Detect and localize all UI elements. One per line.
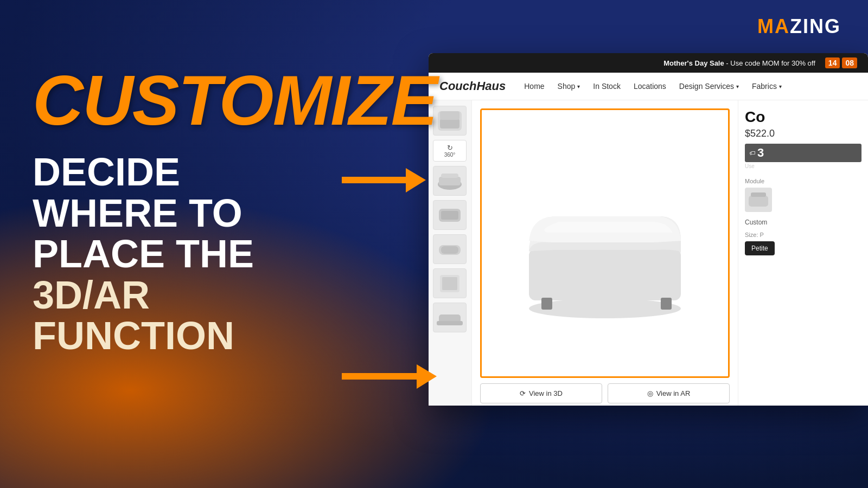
size-section: Size: P Petite bbox=[745, 232, 861, 255]
mazing-logo: MAZING bbox=[757, 15, 841, 38]
site-logo[interactable]: CouchHaus bbox=[439, 79, 506, 93]
announcement-bar: Mother's Day Sale - Use code MOM for 30%… bbox=[429, 53, 868, 73]
thumbnail-4[interactable] bbox=[433, 200, 467, 230]
product-details-panel: Co $522.0 🏷 3 Use Module Custom Size: P bbox=[738, 100, 868, 406]
subheadline-line3: PLACE THE bbox=[33, 234, 423, 275]
svg-rect-19 bbox=[751, 192, 766, 197]
svg-rect-16 bbox=[541, 298, 552, 310]
module-option[interactable] bbox=[745, 188, 772, 212]
logo-zing: ZING bbox=[790, 15, 841, 37]
subheadline-line2: WHERE TO bbox=[33, 193, 423, 234]
svg-rect-1 bbox=[440, 119, 459, 129]
product-name: Co bbox=[745, 108, 861, 126]
view-3d-icon: ⟳ bbox=[520, 389, 526, 397]
svg-rect-17 bbox=[661, 298, 672, 310]
ottoman-svg bbox=[505, 162, 705, 325]
svg-rect-5 bbox=[441, 174, 458, 178]
size-petite-button[interactable]: Petite bbox=[745, 241, 775, 255]
svg-rect-7 bbox=[441, 211, 458, 220]
thumbnail-360[interactable]: ↻ 360° bbox=[433, 140, 467, 162]
arrow-upper bbox=[342, 165, 429, 197]
nav-instock[interactable]: In Stock bbox=[593, 82, 621, 91]
product-area: ↻ 360° bbox=[429, 100, 868, 406]
arrow-lower bbox=[342, 362, 439, 394]
logo-ma: MA bbox=[757, 15, 790, 37]
nav-home[interactable]: Home bbox=[524, 82, 544, 91]
module-section: Module bbox=[745, 178, 861, 212]
thumbnail-3[interactable] bbox=[433, 166, 467, 196]
svg-rect-9 bbox=[441, 246, 458, 254]
module-label: Module bbox=[745, 178, 861, 184]
product-image-container bbox=[480, 108, 730, 378]
nav-fabrics[interactable]: Fabrics ▾ bbox=[752, 82, 782, 91]
left-content-panel: CUSTOMIZE DECIDE WHERE TO PLACE THE 3D/A… bbox=[33, 65, 423, 357]
size-label: Size: P bbox=[745, 232, 861, 238]
view-buttons: ⟳ View in 3D ◎ View in AR bbox=[480, 383, 730, 403]
view-ar-icon: ◎ bbox=[647, 389, 653, 397]
thumbnail-6[interactable] bbox=[433, 268, 467, 298]
thumbnail-sidebar: ↻ 360° bbox=[429, 100, 472, 406]
thumbnail-1[interactable] bbox=[433, 106, 467, 136]
browser-mockup: Mother's Day Sale - Use code MOM for 30%… bbox=[429, 53, 868, 406]
use-code-text: Use bbox=[745, 163, 861, 169]
view-3d-button[interactable]: ⟳ View in 3D bbox=[480, 383, 602, 403]
countdown-hours: 14 bbox=[825, 57, 840, 68]
custom-section: Custom bbox=[745, 219, 861, 226]
svg-rect-13 bbox=[437, 321, 463, 325]
subheadline-line5: FUNCTION bbox=[33, 316, 423, 357]
svg-rect-2 bbox=[440, 111, 459, 120]
tag-icon: 🏷 bbox=[749, 150, 755, 156]
nav-design-services[interactable]: Design Services ▾ bbox=[679, 82, 739, 91]
sale-number: 3 bbox=[757, 146, 764, 160]
svg-rect-11 bbox=[442, 277, 457, 290]
product-main: ⟳ View in 3D ◎ View in AR bbox=[472, 100, 738, 406]
svg-rect-18 bbox=[749, 196, 768, 207]
product-price: $522.0 bbox=[745, 128, 861, 139]
nav-locations[interactable]: Locations bbox=[634, 82, 666, 91]
countdown-minutes: 08 bbox=[842, 57, 857, 68]
svg-rect-15 bbox=[529, 249, 681, 300]
subheadline-line4: 3D/AR bbox=[33, 275, 423, 316]
sale-badge: 🏷 3 bbox=[745, 144, 861, 162]
svg-rect-4 bbox=[439, 177, 461, 185]
sale-text: Mother's Day Sale - Use code MOM for 30%… bbox=[663, 59, 815, 67]
nav-shop[interactable]: Shop ▾ bbox=[558, 82, 580, 91]
main-headline: CUSTOMIZE bbox=[33, 65, 423, 136]
thumbnail-5[interactable] bbox=[433, 234, 467, 264]
navbar: CouchHaus Home Shop ▾ In Stock Locations… bbox=[429, 73, 868, 100]
thumbnail-7[interactable] bbox=[433, 303, 467, 332]
countdown-timer: 14 08 bbox=[825, 57, 857, 68]
view-ar-button[interactable]: ◎ View in AR bbox=[608, 383, 730, 403]
